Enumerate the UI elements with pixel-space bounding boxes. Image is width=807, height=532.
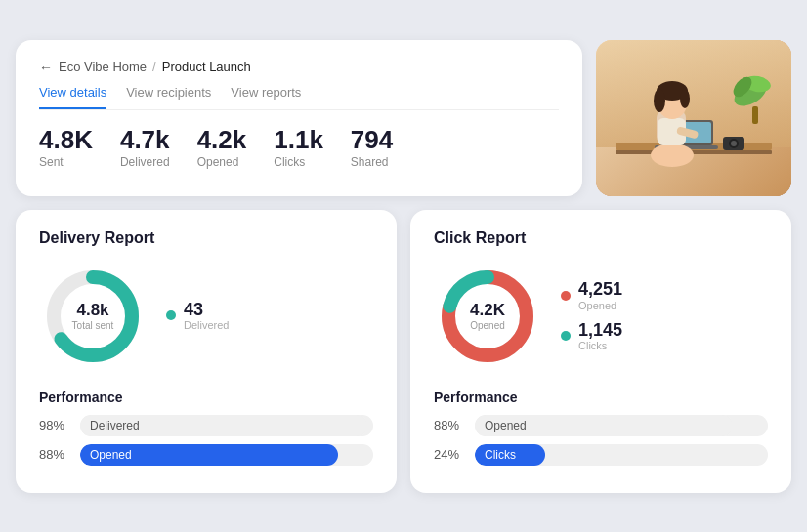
stat-sent-label: Sent <box>39 155 93 169</box>
delivery-legend-label: Delivered <box>184 319 229 331</box>
click-legend-content-0: 4,251 Opened <box>578 280 622 311</box>
stat-shared-value: 794 <box>351 126 393 154</box>
click-perf-pct-0: 88% <box>434 418 465 432</box>
click-legend-value-0: 4,251 <box>578 280 622 300</box>
svg-rect-5 <box>752 106 758 124</box>
stat-clicks: 1.1k Clicks <box>274 126 323 170</box>
click-performance-title: Performance <box>434 389 768 405</box>
click-donut-label: Opened <box>470 320 505 331</box>
delivery-perf-bar-wrap-0: Delivered <box>80 415 373 436</box>
delivery-perf-bar-1: Opened <box>80 444 338 466</box>
stat-clicks-label: Clicks <box>274 155 323 169</box>
delivery-legend-item-0: 43 Delivered <box>166 301 229 332</box>
stat-shared: 794 Shared <box>351 126 393 170</box>
click-perf-bar-wrap-0: Opened <box>475 415 768 436</box>
delivery-perf-bar-label-1: Opened <box>90 448 132 462</box>
delivery-perf-bar-0: Delivered <box>80 415 367 436</box>
click-legend: 4,251 Opened 1,145 Clicks <box>561 280 622 352</box>
click-dot-clicks <box>561 331 571 341</box>
stat-sent-value: 4.8K <box>39 126 93 154</box>
hero-photo <box>596 40 791 196</box>
click-legend-item-0: 4,251 Opened <box>561 280 622 311</box>
click-legend-label-1: Clicks <box>578 340 622 351</box>
delivery-perf-bar-wrap-1: Opened <box>80 444 373 466</box>
click-legend-value-1: 1,145 <box>578 321 622 341</box>
stat-delivered-value: 4.7k <box>120 126 170 154</box>
tab-view-reports[interactable]: View reports <box>231 85 301 109</box>
delivery-report-title: Delivery Report <box>39 229 373 247</box>
breadcrumb-separator: / <box>152 60 156 74</box>
click-legend-item-1: 1,145 Clicks <box>561 321 622 352</box>
delivery-perf-pct-1: 88% <box>39 447 70 462</box>
click-donut-value: 4.2K <box>470 302 505 318</box>
delivery-report-card: Delivery Report 4.8k Total sent <box>16 210 397 493</box>
breadcrumb: ← Eco Vibe Home / Product Launch <box>39 60 559 75</box>
photo-placeholder <box>596 40 791 196</box>
stat-shared-label: Shared <box>351 155 393 169</box>
delivery-legend-content: 43 Delivered <box>184 301 229 332</box>
click-legend-label-0: Opened <box>578 300 622 311</box>
click-chart-area: 4.2K Opened 4,251 Opened 1,145 <box>434 263 768 370</box>
delivery-perf-row-0: 98% Delivered <box>39 415 373 436</box>
click-dot-opened <box>561 291 571 301</box>
click-legend-content-1: 1,145 Clicks <box>578 321 622 352</box>
stat-clicks-value: 1.1k <box>274 126 323 154</box>
svg-point-19 <box>654 89 665 112</box>
delivery-perf-row-1: 88% Opened <box>39 444 373 466</box>
click-perf-row-0: 88% Opened <box>434 415 768 436</box>
delivery-perf-bar-label-0: Delivered <box>90 419 140 432</box>
tab-view-recipients[interactable]: View recipients <box>126 85 211 109</box>
person-illustration <box>596 40 791 196</box>
click-perf-bar-1: Clicks <box>475 444 545 466</box>
click-perf-bar-wrap-1: Clicks <box>475 444 768 466</box>
click-donut-center: 4.2K Opened <box>470 302 505 331</box>
click-donut: 4.2K Opened <box>434 263 541 370</box>
stat-delivered-label: Delivered <box>120 155 170 169</box>
detail-card: ← Eco Vibe Home / Product Launch View de… <box>16 40 582 196</box>
stat-opened-label: Opened <box>197 155 247 169</box>
delivery-perf-pct-0: 98% <box>39 418 70 432</box>
svg-point-14 <box>651 143 694 167</box>
tabs-bar: View details View recipients View report… <box>39 85 559 110</box>
click-perf-bar-0: Opened <box>475 415 733 436</box>
delivery-performance-title: Performance <box>39 389 373 405</box>
svg-rect-7 <box>616 150 772 154</box>
delivery-legend-value: 43 <box>184 301 229 320</box>
delivery-chart-area: 4.8k Total sent 43 Delivered <box>39 263 373 370</box>
top-row: ← Eco Vibe Home / Product Launch View de… <box>16 40 791 196</box>
delivery-donut-value: 4.8k <box>72 302 114 318</box>
click-perf-bar-label-1: Clicks <box>485 448 516 462</box>
delivery-legend: 43 Delivered <box>166 301 229 332</box>
delivery-donut: 4.8k Total sent <box>39 263 147 370</box>
stat-delivered: 4.7k Delivered <box>120 126 170 170</box>
svg-point-13 <box>731 141 737 146</box>
stat-sent: 4.8K Sent <box>39 126 93 170</box>
breadcrumb-parent: Eco Vibe Home <box>59 60 147 74</box>
delivery-donut-center: 4.8k Total sent <box>72 302 114 331</box>
click-report-card: Click Report 4.2K Opened <box>410 210 791 493</box>
stat-opened-value: 4.2k <box>197 126 247 154</box>
stats-row: 4.8K Sent 4.7k Delivered 4.2k Opened 1.1… <box>39 126 559 170</box>
delivery-donut-label: Total sent <box>72 320 114 331</box>
delivery-dot <box>166 310 176 320</box>
tab-view-details[interactable]: View details <box>39 85 106 109</box>
click-perf-bar-label-0: Opened <box>485 419 527 432</box>
breadcrumb-current: Product Launch <box>162 60 251 74</box>
stat-opened: 4.2k Opened <box>197 126 247 170</box>
back-icon[interactable]: ← <box>39 60 53 75</box>
click-perf-pct-1: 24% <box>434 447 465 462</box>
click-report-title: Click Report <box>434 229 768 247</box>
click-perf-row-1: 24% Clicks <box>434 444 768 466</box>
dashboard: ← Eco Vibe Home / Product Launch View de… <box>16 40 791 493</box>
svg-point-20 <box>680 89 690 108</box>
